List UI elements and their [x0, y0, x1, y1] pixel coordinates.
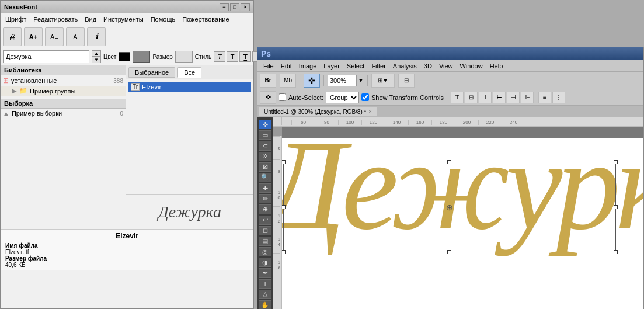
- selection-item[interactable]: ▲ Пример выборки 0: [1, 109, 126, 118]
- print-icon[interactable]: 🖨: [3, 27, 22, 46]
- canvas[interactable]: Дежурка ⊕: [282, 127, 643, 309]
- search-scroll-up[interactable]: ▲: [92, 50, 101, 57]
- underline-button[interactable]: T̲: [239, 51, 251, 62]
- eyedropper-tool[interactable]: 🔍: [259, 173, 271, 182]
- history-tool[interactable]: ↩: [259, 216, 271, 225]
- group-item[interactable]: ▶ 📁 Пример группы: [1, 86, 126, 96]
- minimize-button[interactable]: −: [220, 3, 229, 11]
- align-middle-btn[interactable]: ⊟: [465, 92, 478, 103]
- lasso-tool[interactable]: ⊂: [259, 141, 271, 150]
- menu-font[interactable]: Шрифт: [2, 15, 30, 24]
- menu-edit[interactable]: Редактировать: [30, 15, 81, 24]
- blur-tool[interactable]: ◎: [259, 247, 271, 256]
- font-list-item[interactable]: Tr Elzevir: [128, 82, 251, 92]
- font-type-icon: Tr: [131, 83, 140, 91]
- font-list-icon[interactable]: A≡: [45, 27, 64, 46]
- ps-menu-3d[interactable]: 3D: [420, 61, 436, 71]
- size-label: Размер: [152, 54, 172, 60]
- color-swatch-secondary[interactable]: [133, 51, 150, 63]
- nexusfont-title-bar: NexusFont − □ ×: [1, 1, 253, 13]
- menu-tools[interactable]: Инструменты: [100, 15, 147, 24]
- color-swatch[interactable]: [119, 52, 130, 61]
- distribute-v-btn[interactable]: ⋮: [552, 92, 565, 103]
- ps-menu-select[interactable]: Select: [343, 61, 368, 71]
- canvas-document: Дежурка ⊕: [282, 138, 643, 309]
- font-search-input[interactable]: [3, 50, 89, 63]
- ps-menu-view[interactable]: View: [436, 61, 457, 71]
- hand-tool[interactable]: ✋: [259, 300, 271, 309]
- arrange-btn[interactable]: ⊟: [398, 74, 415, 88]
- dodge-tool[interactable]: ◑: [259, 258, 271, 267]
- brush-tool[interactable]: ✏: [259, 194, 271, 203]
- info-icon[interactable]: ℹ: [87, 27, 106, 46]
- tab-all[interactable]: Все: [177, 67, 201, 78]
- toolbar-divider2: [323, 75, 324, 86]
- auto-select-dropdown[interactable]: Group Layer: [326, 92, 359, 103]
- shape-tool[interactable]: △: [259, 290, 271, 299]
- ps-menu-filter[interactable]: Filter: [368, 61, 389, 71]
- gradient-tool[interactable]: ▤: [259, 237, 271, 246]
- handle-bottom-left[interactable]: [282, 250, 286, 254]
- align-bottom-btn[interactable]: ⊥: [479, 92, 492, 103]
- align-top-btn[interactable]: ⊤: [451, 92, 464, 103]
- ps-menu-image[interactable]: Image: [295, 61, 321, 71]
- handle-top-left[interactable]: [282, 160, 286, 164]
- text-tool[interactable]: T: [259, 279, 271, 289]
- ps-options-bar: ✜ Auto-Select: Group Layer Show Transfor…: [257, 89, 643, 106]
- handle-middle-right[interactable]: [614, 205, 618, 209]
- move-tool-btn[interactable]: ✜: [304, 74, 320, 88]
- size-input[interactable]: [175, 51, 193, 63]
- toolbar-divider3: [367, 75, 368, 86]
- show-transform-checkbox[interactable]: [361, 93, 369, 101]
- distribute-h-btn[interactable]: ≡: [538, 92, 551, 103]
- align-right-btn[interactable]: ⊩: [521, 92, 534, 103]
- ps-menu-analysis[interactable]: Analysis: [389, 61, 420, 71]
- menu-view[interactable]: Вид: [81, 15, 100, 24]
- ps-menu-layer[interactable]: Layer: [320, 61, 343, 71]
- bold-button[interactable]: T: [227, 51, 238, 62]
- menu-donate[interactable]: Пожертвование: [179, 15, 232, 24]
- handle-top-right[interactable]: [614, 160, 618, 164]
- installed-fonts-item[interactable]: ⊞ установленные 388: [1, 75, 126, 86]
- align-left-btn[interactable]: ⊢: [493, 92, 506, 103]
- selection-tool[interactable]: ▭: [259, 130, 271, 140]
- bottom-font-name: Elzevir: [5, 232, 249, 240]
- workspace-btn[interactable]: ⊞▼: [371, 74, 395, 88]
- clone-tool[interactable]: ⊕: [259, 204, 271, 214]
- handle-middle-left[interactable]: [282, 205, 286, 209]
- italic-button[interactable]: T: [214, 51, 225, 62]
- group-arrow: ▶: [12, 88, 17, 94]
- move-tool-icon[interactable]: ✜: [260, 91, 276, 104]
- move-tool[interactable]: ✜: [259, 120, 271, 129]
- pen-tool[interactable]: ✒: [259, 268, 271, 277]
- handle-top-center[interactable]: [447, 160, 451, 164]
- handle-bottom-center[interactable]: [447, 250, 451, 254]
- maximize-button[interactable]: □: [230, 3, 239, 11]
- add-font-icon[interactable]: A+: [24, 27, 43, 46]
- align-center-btn[interactable]: ⊣: [507, 92, 520, 103]
- eraser-tool[interactable]: ◻: [259, 226, 271, 235]
- ruler-v-mark: 14: [273, 230, 280, 253]
- ruler-mark: 180: [431, 120, 455, 125]
- magic-wand-tool[interactable]: ✲: [259, 152, 271, 161]
- document-tab[interactable]: Untitled-1 @ 300% (Дежурка, RGB/8) * ×: [259, 107, 377, 116]
- ps-minibridg-btn[interactable]: Mb: [280, 74, 296, 88]
- auto-select-checkbox[interactable]: [279, 93, 286, 101]
- ps-menu-edit[interactable]: Edit: [277, 61, 295, 71]
- menu-help[interactable]: Помощь: [147, 15, 179, 24]
- search-scroll-down[interactable]: ▼: [92, 57, 101, 63]
- ps-menu-help[interactable]: Help: [486, 61, 507, 71]
- heal-tool[interactable]: ✚: [259, 183, 271, 193]
- ps-bridge-btn[interactable]: Br: [260, 74, 276, 88]
- crop-tool[interactable]: ⊠: [259, 162, 271, 172]
- tab-favorites[interactable]: Выбранное: [128, 67, 175, 78]
- ps-menu-window[interactable]: Window: [457, 61, 486, 71]
- close-button[interactable]: ×: [241, 3, 250, 11]
- handle-bottom-right[interactable]: [614, 250, 618, 254]
- zoom-input[interactable]: [328, 75, 357, 86]
- ps-document-tabs: Untitled-1 @ 300% (Дежурка, RGB/8) * ×: [257, 106, 643, 117]
- font-icon[interactable]: A: [66, 27, 85, 46]
- zoom-dropdown[interactable]: ▼: [358, 77, 364, 84]
- document-tab-close[interactable]: ×: [368, 109, 371, 114]
- ps-menu-file[interactable]: File: [260, 61, 277, 71]
